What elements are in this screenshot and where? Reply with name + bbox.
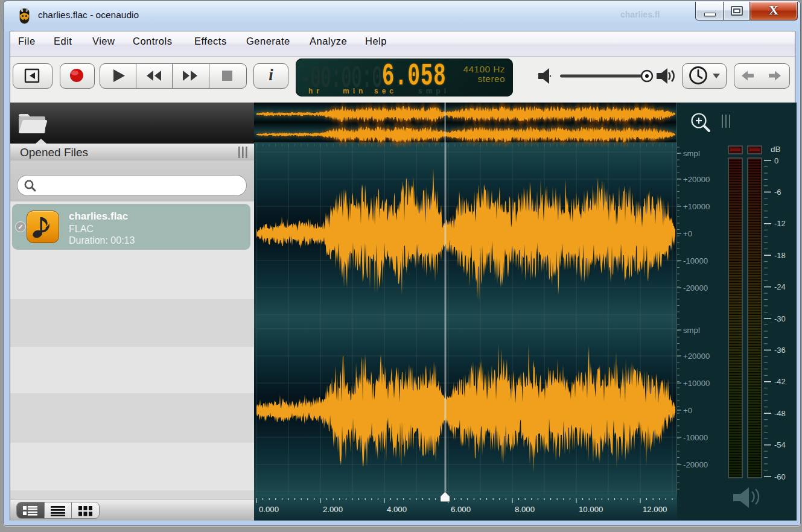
svg-text:-36: -36 [774, 346, 786, 355]
svg-text:-18: -18 [774, 251, 786, 260]
svg-text:-54: -54 [774, 440, 786, 449]
svg-text:2.000: 2.000 [323, 505, 343, 514]
svg-text:10.000: 10.000 [579, 505, 603, 514]
svg-text:-6: -6 [774, 188, 781, 197]
svg-text:smpl: smpl [683, 149, 700, 158]
svg-text:0: 0 [774, 156, 778, 165]
svg-text:8.000: 8.000 [515, 505, 535, 514]
svg-text:-20000: -20000 [683, 283, 708, 293]
svg-text:-10000: -10000 [683, 256, 708, 265]
svg-text:0.000: 0.000 [259, 505, 279, 514]
svg-text:dB: dB [771, 145, 781, 154]
svg-text:-48: -48 [774, 409, 786, 418]
svg-text:-10000: -10000 [683, 433, 708, 442]
svg-text:+0: +0 [683, 406, 692, 415]
svg-text:-24: -24 [774, 282, 786, 291]
svg-text:4.000: 4.000 [387, 505, 407, 514]
svg-text:smpl: smpl [683, 326, 700, 335]
svg-text:-12: -12 [774, 219, 786, 228]
svg-text:12.000: 12.000 [643, 505, 667, 514]
svg-text:-30: -30 [774, 314, 786, 323]
svg-text:-20000: -20000 [683, 460, 708, 469]
svg-text:+10000: +10000 [683, 202, 710, 211]
svg-text:6.000: 6.000 [451, 505, 471, 514]
svg-text:+0: +0 [683, 229, 692, 238]
svg-text:-42: -42 [774, 377, 786, 386]
svg-text:+20000: +20000 [683, 175, 710, 184]
svg-text:-60: -60 [774, 472, 786, 481]
svg-text:+10000: +10000 [683, 379, 710, 388]
svg-text:+20000: +20000 [683, 352, 710, 361]
